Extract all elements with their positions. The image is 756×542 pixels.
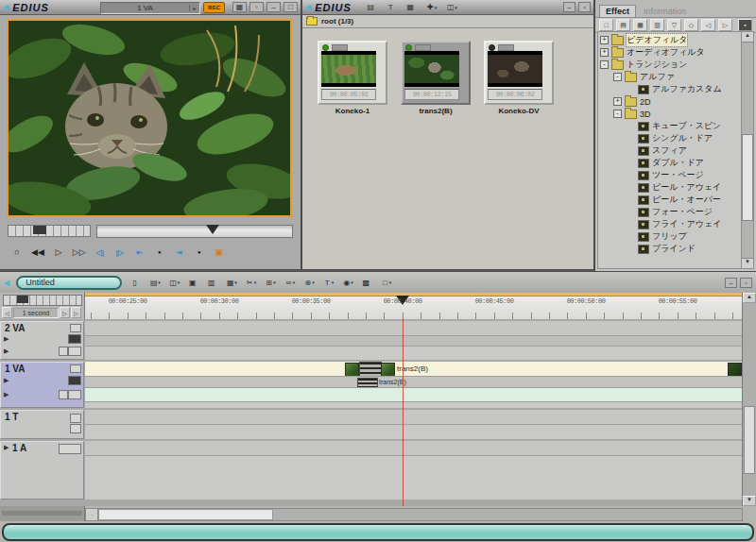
title-mute-button[interactable] xyxy=(70,414,81,423)
effect-tree-item[interactable]: ピール・オーバー xyxy=(598,194,741,206)
scroll-down-icon[interactable]: ▼ xyxy=(743,496,756,506)
minimize-icon[interactable]: – xyxy=(266,2,281,12)
effect-name-label[interactable]: フリップ xyxy=(652,230,687,243)
set-in-button[interactable]: ⇤ xyxy=(134,248,146,257)
timescale-segment-bar[interactable] xyxy=(3,295,82,306)
overlay-icon[interactable]: ▦ xyxy=(232,2,247,12)
minimize-icon[interactable]: – xyxy=(725,278,737,288)
dropdown-caret-icon[interactable]: ▾ xyxy=(351,279,353,285)
zoom-out-icon[interactable]: ◁ xyxy=(2,307,12,318)
title-patch-button[interactable] xyxy=(70,424,81,433)
scrollbar-thumb[interactable] xyxy=(98,509,273,520)
clip-card[interactable]: 00:00:12:15 xyxy=(401,41,471,105)
maximize-icon[interactable]: □ xyxy=(284,2,298,12)
zoom-fit-icon[interactable]: ▷ xyxy=(71,307,81,318)
audio-monitor-icon[interactable]: ◦ xyxy=(249,2,264,12)
zoom-in-icon[interactable]: ▷ xyxy=(60,307,70,318)
track-content-1va[interactable]: trans2(B) trans2(B) xyxy=(85,362,743,408)
dropdown-caret-icon[interactable]: ▾ xyxy=(273,279,276,285)
collapse-window-icon[interactable]: ◀ xyxy=(305,0,311,14)
selector-caret-icon[interactable]: ▸ xyxy=(189,5,199,11)
effect-name-label[interactable]: アルファ xyxy=(640,71,675,83)
playhead-line[interactable] xyxy=(403,319,404,506)
track-header-1va[interactable]: 1 VA ▶ ▶ xyxy=(0,362,84,408)
effect-name-label[interactable]: ツー・ページ xyxy=(652,169,704,181)
track-header-1a[interactable]: ▶ 1 A xyxy=(0,441,84,500)
effect-tree-item[interactable]: - アルファ xyxy=(598,71,741,83)
dropdown-caret-icon[interactable]: ▾ xyxy=(234,279,237,285)
sort-button[interactable]: ▽ xyxy=(667,19,681,31)
clip-card[interactable]: 00:00:05:01 xyxy=(318,41,387,105)
set-out-button[interactable]: ⇥ xyxy=(174,248,185,257)
up-folder-button[interactable]: ▤ xyxy=(365,2,377,13)
rewind-button[interactable]: ◀◀ xyxy=(31,247,44,257)
track-content-1t[interactable] xyxy=(85,410,743,439)
dropdown-caret-icon[interactable]: ▾ xyxy=(254,279,257,285)
clip-thumbnail[interactable] xyxy=(488,51,542,87)
effect-tree-item[interactable]: - トランジション xyxy=(598,59,741,71)
dropdown-caret-icon[interactable]: ▾ xyxy=(312,279,315,285)
bin-folder-bar[interactable]: root (1/3) xyxy=(302,15,593,28)
dropdown-caret-icon[interactable]: ▾ xyxy=(332,279,335,285)
scrollbar-channel[interactable]: ◦ xyxy=(85,508,743,521)
capture-button[interactable]: ▦ xyxy=(404,2,417,13)
video-expander-icon[interactable]: ▶ xyxy=(4,335,9,343)
effect-tree-item[interactable]: ブラインド xyxy=(598,243,741,255)
close-icon[interactable]: ▫ xyxy=(740,278,752,288)
effect-name-label[interactable]: ブラインド xyxy=(652,243,696,255)
audio-patch-button[interactable] xyxy=(68,347,81,356)
scroll-origin-icon[interactable]: ◦ xyxy=(86,509,98,520)
video-patch-button[interactable] xyxy=(68,334,81,344)
audio-patch-button[interactable] xyxy=(68,390,81,399)
effect-name-label[interactable]: スフィア xyxy=(652,144,687,157)
collapse-window-icon[interactable]: ◀ xyxy=(4,276,9,290)
effect-tree-item[interactable]: - 3D xyxy=(598,108,741,120)
audio-expander-icon[interactable]: ▶ xyxy=(4,391,9,398)
audio-row[interactable] xyxy=(85,346,743,360)
video-clip[interactable]: trans2(B) xyxy=(85,362,743,376)
dropdown-caret-icon[interactable]: ▾ xyxy=(389,279,392,285)
view-detail-button[interactable]: ▥ xyxy=(650,19,664,31)
collapse-window-icon[interactable]: ◀ xyxy=(3,0,9,14)
dropdown-caret-icon[interactable]: ▾ xyxy=(455,5,457,10)
play-button[interactable]: ▷ xyxy=(53,247,64,257)
scroll-up-icon[interactable]: ▲ xyxy=(743,293,756,303)
dropdown-caret-icon[interactable]: ▾ xyxy=(158,279,161,285)
previous-frame-button[interactable]: ◁| xyxy=(94,248,106,257)
scrollbar-thumb[interactable] xyxy=(744,406,755,474)
audio-patch-button[interactable] xyxy=(59,444,81,454)
stop-button[interactable]: ○ xyxy=(11,247,23,257)
scroll-up-icon[interactable]: ▲ xyxy=(742,32,753,42)
effect-tree-item[interactable]: フリップ xyxy=(598,230,741,243)
palette-tab[interactable]: Information xyxy=(638,6,692,17)
effect-name-label[interactable]: ピール・アウェイ xyxy=(652,181,721,194)
effect-name-label[interactable]: 2D xyxy=(640,97,651,107)
fast-forward-button[interactable]: ▷▷ xyxy=(73,247,86,257)
timescale-position-indicator[interactable] xyxy=(17,296,28,303)
tree-expander-icon[interactable]: + xyxy=(600,48,609,57)
tree-expander-icon[interactable]: - xyxy=(600,60,609,69)
audio-expander-icon[interactable]: ▶ xyxy=(4,444,9,451)
new-sequence-button[interactable]: ▯ xyxy=(129,277,141,288)
effect-name-label[interactable]: ビデオフィルタ xyxy=(627,34,687,46)
scroll-down-icon[interactable]: ▼ xyxy=(742,258,753,268)
effect-name-label[interactable]: シングル・ドア xyxy=(652,132,713,144)
effect-tree-item[interactable]: スフィア xyxy=(598,144,741,157)
effect-tree-item[interactable]: + ビデオフィルタ xyxy=(598,34,741,46)
effect-name-label[interactable]: アルファカスタム xyxy=(652,83,722,95)
effect-tree-item[interactable]: + オーディオフィルタ xyxy=(598,46,741,59)
video-transition-block[interactable] xyxy=(359,362,382,377)
effect-tree-item[interactable]: + 2D xyxy=(598,95,741,108)
track-header-2va[interactable]: 2 VA ▶ ▶ xyxy=(0,321,84,360)
position-slider[interactable] xyxy=(96,225,293,238)
forward-button[interactable]: ▷ xyxy=(718,19,732,31)
bin-clip[interactable]: 00:00:05:01 Koneko-1 xyxy=(319,41,386,115)
close-icon[interactable]: ▫ xyxy=(578,2,591,12)
video-patch-button[interactable] xyxy=(68,376,81,385)
audio-lock-button[interactable] xyxy=(59,347,68,356)
favorite-button[interactable]: ◇ xyxy=(684,19,698,31)
track-mute-button[interactable] xyxy=(70,324,81,332)
track-header-1t[interactable]: 1 T xyxy=(0,410,84,439)
position-slider-thumb[interactable] xyxy=(206,225,219,234)
clip-thumbnail[interactable] xyxy=(404,51,459,87)
